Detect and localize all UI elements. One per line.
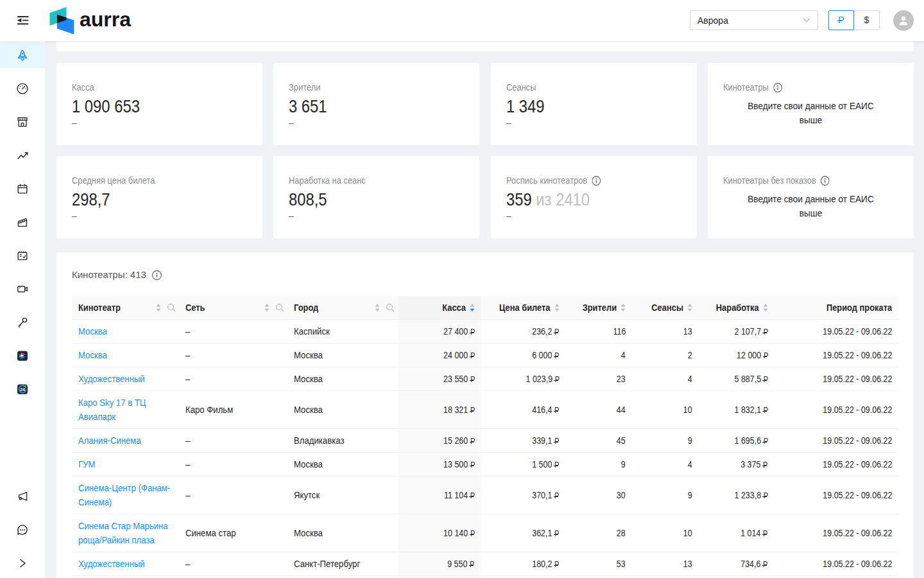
svg-text:24: 24 bbox=[20, 387, 25, 392]
